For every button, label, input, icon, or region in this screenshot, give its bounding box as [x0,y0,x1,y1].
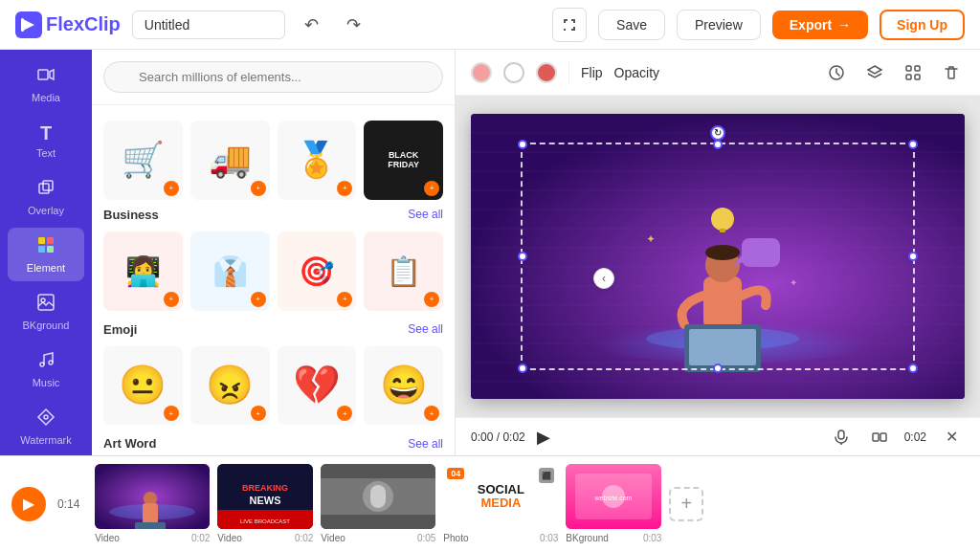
search-input[interactable] [103,61,443,93]
canvas-toolbar: Flip Opacity [456,50,980,96]
sidebar-item-music-label: Music [33,377,60,388]
element-cart-badge: + [164,181,179,196]
clip1-meta: Video 0:02 [95,533,210,543]
play-button[interactable]: ▶ [537,427,550,448]
sidebar-item-watermark[interactable]: Watermark [8,400,84,453]
clip4-label: Photo [443,533,468,543]
b3-badge: + [337,292,352,307]
layers-icon[interactable] [861,59,888,86]
sidebar-item-music[interactable]: Music [8,342,84,396]
sidebar-item-overlay[interactable]: Overlay [8,170,84,224]
emoji-see-all[interactable]: See all [408,322,443,336]
save-button[interactable]: Save [598,10,665,40]
timeline-clip-3[interactable]: 03 ▶ LIVE Video 0:05 [321,464,435,543]
sidebar-item-media-label: Media [32,92,60,103]
current-time: 0:00 / 0:02 [471,430,525,444]
sidebar-item-media[interactable]: Media [8,57,84,111]
element-medal[interactable]: 🏅 + [278,121,357,200]
total-duration: 0:02 [904,430,926,444]
artword-see-all[interactable]: See all [408,437,443,451]
business-grid: 👩‍💻 + 👔 + 🎯 + 📋 + [103,231,443,311]
element-cart[interactable]: 🛒 + [103,121,183,200]
clip3-duration: 0:05 [417,533,435,543]
svg-text:✦: ✦ [646,232,656,246]
clip3-thumbnail: 03 ▶ LIVE [321,464,435,529]
more-options-icon[interactable]: ✕ [938,424,965,451]
sidebar-item-bkground[interactable]: BKground [8,285,84,339]
color-picker-red[interactable] [536,62,557,83]
svg-point-42 [711,208,734,231]
sidebar-item-element[interactable]: Element [8,228,84,281]
svg-text:✦: ✦ [790,277,797,288]
logo-text: FlexClip [46,13,121,35]
b1-badge: + [164,292,179,307]
emoji-grid: 😐 + 😠 + 💔 + 😄 + [103,346,443,426]
timeline-clip-2[interactable]: 02 ▶ BREAKINGNEWSLIVE BROADCAST Video 0:… [217,464,313,543]
logo-icon [15,11,42,38]
preview-button[interactable]: Preview [677,10,761,40]
business-element-1[interactable]: 👩‍💻 + [103,231,183,311]
color-picker-pink[interactable] [471,62,492,83]
opacity-label[interactable]: Opacity [614,65,659,80]
timeline-play-button[interactable]: ▶ [11,487,46,521]
sidebar-item-text[interactable]: T Text [8,115,84,166]
b4-badge: + [424,292,439,307]
timeline-clip-1[interactable]: 01 ⬛ Video 0:02 [95,464,210,543]
svg-rect-49 [880,433,886,441]
timeline-clip-5[interactable]: 05 ⬛ website.com BKground 0:03 [566,464,661,543]
clip1-label: Video [95,533,119,543]
emoji-broken-heart[interactable]: 💔 + [278,346,357,426]
element-truck[interactable]: 🚚 + [190,121,270,200]
business-element-2[interactable]: 👔 + [190,231,270,311]
project-title-input[interactable] [132,11,285,39]
timeline-clip-4[interactable]: 04 ⬛ SOCIAL MEDIA Photo 0:03 [443,464,558,543]
emoji-laugh[interactable]: 😄 + [364,346,443,426]
redo-button[interactable]: ↷ [339,10,369,40]
color-picker-white[interactable] [503,62,524,83]
canvas-background-svg: ✦ ✦ [471,114,965,399]
sidebar-item-text-label: Text [36,147,56,159]
svg-rect-43 [720,229,725,232]
element-blackfriday[interactable]: BLACKFRIDAY + [364,121,443,200]
element-medal-badge: + [337,181,352,196]
toolbar-divider [568,61,569,84]
element-icon [36,235,56,259]
microphone-icon[interactable] [828,424,855,451]
timeline-duration: 0:14 [57,497,79,511]
clip5-thumbnail: 05 ⬛ website.com [566,464,661,529]
export-button[interactable]: Export → [772,11,868,39]
svg-rect-6 [47,237,54,244]
fullscreen-icon [562,17,577,33]
signup-button[interactable]: Sign Up [880,10,965,40]
emoji-neutral[interactable]: 😐 + [103,346,183,426]
svg-point-12 [49,361,53,364]
delete-icon[interactable] [938,59,965,86]
svg-rect-2 [38,70,48,79]
grid-icon[interactable] [900,59,926,86]
business-element-4[interactable]: 📋 + [364,231,443,311]
undo-button[interactable]: ↶ [297,10,327,40]
svg-text:website.com: website.com [594,495,633,501]
split-icon[interactable] [866,424,893,451]
svg-rect-8 [47,246,54,253]
main-canvas[interactable]: ✦ ✦ ↻ [471,114,965,399]
panel-content: 🛒 + 🚚 + 🏅 + BLACKFRIDAY + Business [92,105,455,455]
fullscreen-button[interactable] [552,8,587,42]
business-title: Business [103,208,159,222]
flip-label[interactable]: Flip [581,65,603,80]
svg-rect-16 [915,66,920,71]
clip4-thumbnail: 04 ⬛ SOCIAL MEDIA [443,464,558,529]
business-see-all[interactable]: See all [408,208,443,221]
add-clip-button[interactable]: + [669,487,703,521]
emoji-angry-badge: + [251,406,266,421]
panel-collapse-arrow[interactable]: ‹ [593,268,614,289]
sidebar-item-watermark-label: Watermark [20,434,71,446]
history-icon[interactable] [823,59,850,86]
emoji-angry[interactable]: 😠 + [190,346,270,426]
music-icon [36,350,56,374]
svg-rect-5 [38,237,45,244]
b2-badge: + [251,292,266,307]
business-element-3[interactable]: 🎯 + [278,231,357,311]
svg-rect-41 [742,238,780,267]
clip2-duration: 0:02 [295,533,313,543]
